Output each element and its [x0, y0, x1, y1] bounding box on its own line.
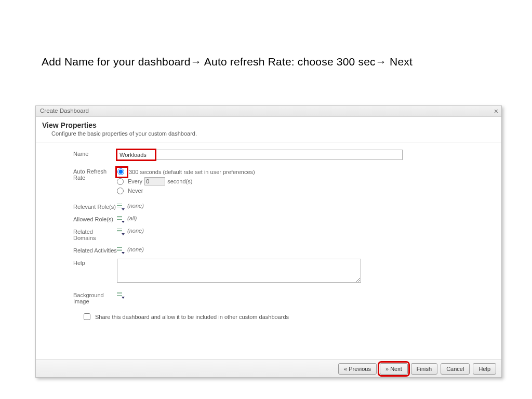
refresh-radio-every[interactable]	[117, 178, 124, 185]
instruction-part2: Auto refresh Rate: choose 300 sec	[202, 56, 376, 68]
refresh-label: Auto Refresh Rate	[49, 167, 117, 181]
previous-button[interactable]: « Previous	[338, 363, 377, 375]
finish-button[interactable]: Finish	[411, 363, 437, 375]
related-activities-label: Related Activities	[49, 246, 117, 254]
refresh-every-input[interactable]	[144, 177, 165, 185]
allowed-roles-value: (all)	[127, 215, 137, 221]
picker-icon[interactable]	[117, 203, 124, 209]
instruction-text: Add Name for your dashboard→ Auto refres…	[42, 56, 413, 68]
help-label: Help	[49, 259, 117, 266]
row-bg: Background Image	[49, 291, 488, 304]
row-refresh: Auto Refresh Rate 300 seconds (default r…	[49, 167, 488, 195]
create-dashboard-dialog: Create Dashboard × View Properties Confi…	[35, 105, 502, 378]
picker-icon[interactable]	[117, 228, 124, 234]
dialog-footer: « Previous » Next Finish Cancel Help	[36, 360, 501, 377]
row-related-activities: Related Activities (none)	[49, 246, 488, 254]
refresh-radio-300[interactable]	[117, 168, 124, 175]
name-label: Name	[49, 150, 117, 157]
relevant-roles-label: Relevant Role(s)	[49, 203, 117, 210]
row-help: Help	[49, 259, 488, 284]
picker-icon[interactable]	[117, 216, 124, 222]
dialog-titlebar: Create Dashboard ×	[36, 106, 501, 117]
header-subtitle: Configure the basic properties of your c…	[42, 130, 495, 137]
picker-icon[interactable]	[117, 291, 124, 298]
dialog-form: Name Auto Refresh Rate 300 seconds (defa…	[36, 142, 501, 326]
highlight-name	[117, 150, 403, 160]
header-title: View Properties	[42, 121, 495, 129]
arrow-icon: →	[191, 56, 202, 68]
row-allowed-roles: Allowed Role(s) (all)	[49, 215, 488, 222]
share-label: Share this dashboard and allow it to be …	[95, 314, 289, 320]
related-activities-value: (none)	[127, 246, 144, 252]
allowed-roles-label: Allowed Role(s)	[49, 215, 117, 222]
row-related-domains: Related Domains (none)	[49, 228, 488, 241]
bg-label: Background Image	[49, 291, 117, 304]
refresh-opt2-prefix: Every	[128, 178, 142, 184]
row-share: Share this dashboard and allow it to be …	[49, 312, 488, 322]
row-relevant-roles: Relevant Role(s) (none)	[49, 203, 488, 210]
help-button[interactable]: Help	[473, 363, 496, 375]
dialog-header: View Properties Configure the basic prop…	[36, 117, 501, 142]
instruction-part3: Next	[387, 56, 413, 68]
highlight-radio	[117, 168, 127, 177]
row-name: Name	[49, 150, 488, 160]
refresh-opt3-text: Never	[128, 188, 143, 194]
refresh-opt1-text: 300 seconds (default rate set in user pr…	[129, 169, 255, 175]
name-input[interactable]	[117, 150, 403, 160]
picker-icon[interactable]	[117, 247, 124, 253]
help-textarea[interactable]	[117, 259, 361, 283]
related-domains-value: (none)	[127, 228, 144, 234]
cancel-button[interactable]: Cancel	[441, 363, 470, 375]
related-domains-label: Related Domains	[49, 228, 117, 241]
share-checkbox[interactable]	[84, 313, 90, 320]
next-button[interactable]: » Next	[380, 363, 408, 375]
dialog-title: Create Dashboard	[40, 108, 89, 114]
arrow-icon: →	[376, 56, 387, 68]
relevant-roles-value: (none)	[127, 203, 144, 209]
refresh-opt2-suffix: second(s)	[167, 178, 192, 184]
refresh-radio-never[interactable]	[117, 188, 124, 194]
close-icon[interactable]: ×	[494, 107, 498, 115]
instruction-part1: Add Name for your dashboard	[42, 56, 191, 68]
